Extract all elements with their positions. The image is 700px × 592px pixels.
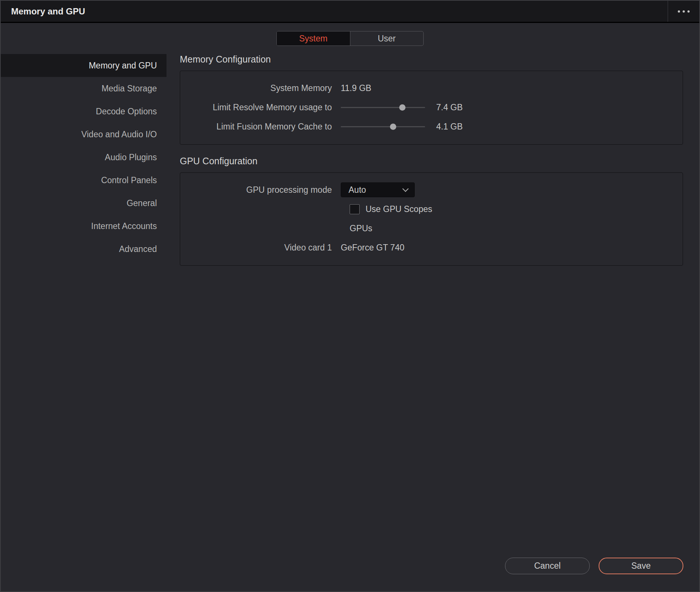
main-panel: Memory Configuration System Memory 11.9 … [166,54,699,277]
slider-thumb[interactable] [399,104,405,111]
ellipsis-icon [678,10,690,13]
gpu-mode-row: GPU processing mode Auto [180,180,683,199]
gpu-mode-selected-value: Auto [349,185,366,195]
resolve-memory-row: Limit Resolve Memory usage to 7.4 GB [180,98,683,117]
sidebar-item-audio-plugins[interactable]: Audio Plugins [1,146,166,169]
window-title: Memory and GPU [1,6,85,17]
use-gpu-scopes-checkbox[interactable] [350,204,360,214]
sidebar: Memory and GPU Media Storage Decode Opti… [1,54,166,277]
sidebar-item-advanced[interactable]: Advanced [1,238,166,260]
slider-track [341,126,425,127]
gpu-scopes-row: Use GPU Scopes [180,199,683,219]
gpu-mode-label: GPU processing mode [180,185,341,195]
sidebar-item-media-storage[interactable]: Media Storage [1,77,166,100]
video-card-value: GeForce GT 740 [341,243,404,253]
system-memory-value: 11.9 GB [341,83,371,93]
fusion-memory-row: Limit Fusion Memory Cache to 4.1 GB [180,117,683,136]
memory-section-title: Memory Configuration [180,54,683,65]
gpu-section-title: GPU Configuration [180,156,683,166]
fusion-memory-slider[interactable] [341,123,425,130]
tabs-row: System User [1,31,699,46]
titlebar: Memory and GPU [1,1,699,23]
slider-thumb[interactable] [390,124,396,130]
gpus-header-row: GPUs [180,219,683,238]
cancel-button[interactable]: Cancel [505,558,590,574]
gpu-config-panel: GPU processing mode Auto Use GPU Scopes … [180,172,683,266]
footer: Cancel Save [505,558,683,574]
fusion-memory-label: Limit Fusion Memory Cache to [180,122,341,132]
video-card-row: Video card 1 GeForce GT 740 [180,238,683,257]
system-memory-row: System Memory 11.9 GB [180,78,683,98]
chevron-down-icon [403,186,409,192]
tab-group: System User [276,31,424,46]
resolve-memory-slider[interactable] [341,104,425,111]
system-memory-label: System Memory [180,83,341,93]
sidebar-item-video-audio-io[interactable]: Video and Audio I/O [1,123,166,146]
resolve-memory-label: Limit Resolve Memory usage to [180,102,341,112]
save-button[interactable]: Save [599,558,683,574]
titlebar-menu-button[interactable] [667,1,699,22]
tab-user[interactable]: User [350,31,424,46]
video-card-label: Video card 1 [180,243,341,253]
use-gpu-scopes-label: Use GPU Scopes [366,204,432,214]
content: Memory and GPU Media Storage Decode Opti… [1,54,699,277]
slider-track [341,107,425,108]
preferences-window: Memory and GPU System User Memory and GP… [0,0,700,592]
fusion-memory-value: 4.1 GB [436,122,463,132]
gpus-label: GPUs [350,223,372,233]
gpu-mode-dropdown[interactable]: Auto [341,182,415,197]
memory-config-panel: System Memory 11.9 GB Limit Resolve Memo… [180,71,683,145]
sidebar-item-decode-options[interactable]: Decode Options [1,100,166,123]
sidebar-item-memory-and-gpu[interactable]: Memory and GPU [1,54,166,77]
sidebar-item-control-panels[interactable]: Control Panels [1,169,166,192]
sidebar-item-general[interactable]: General [1,192,166,215]
tab-system[interactable]: System [277,31,350,46]
sidebar-item-internet-accounts[interactable]: Internet Accounts [1,215,166,238]
resolve-memory-value: 7.4 GB [436,102,463,112]
